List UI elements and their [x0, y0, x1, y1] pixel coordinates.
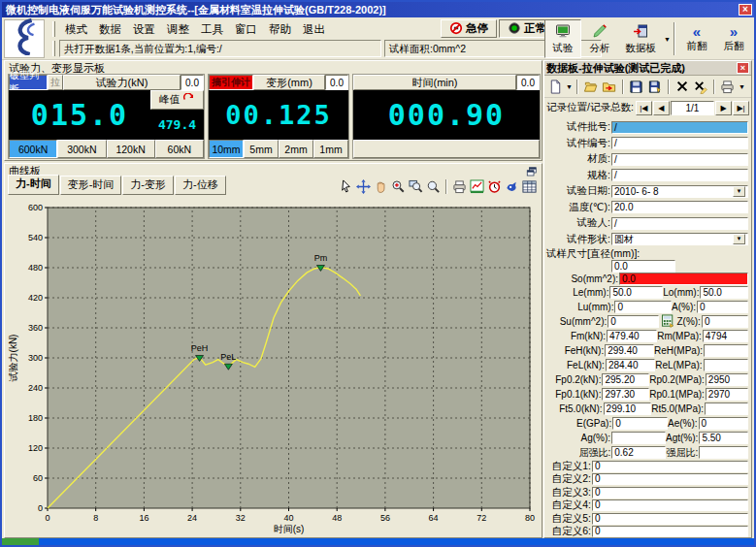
break-detect-button[interactable]: 破型判断: [9, 75, 48, 90]
form-row-6-input[interactable]: /: [611, 217, 748, 230]
panel-close-icon[interactable]: ×: [737, 62, 749, 74]
form-row-2-input[interactable]: /: [611, 153, 748, 166]
menu-item-0[interactable]: 模式: [59, 21, 93, 38]
open-folder-icon[interactable]: [582, 78, 600, 95]
estop-button[interactable]: 急停: [441, 19, 497, 38]
chevron-down-icon[interactable]: ▼: [733, 234, 745, 244]
pair-2-left-input[interactable]: 0: [608, 315, 659, 328]
save-icon[interactable]: [628, 78, 645, 95]
peak-reset-icon[interactable]: [182, 93, 195, 108]
chevron-down-icon[interactable]: ▼: [733, 186, 745, 197]
force-range-60kN[interactable]: 60kN: [155, 140, 204, 158]
pair-9-right-input[interactable]: 0: [699, 417, 748, 430]
restore-window-icon[interactable]: [526, 165, 539, 177]
pair-6-left-input[interactable]: 295.20: [602, 373, 649, 386]
print-icon[interactable]: [451, 178, 468, 195]
force-range-120kN[interactable]: 120kN: [107, 140, 155, 158]
calc-icon[interactable]: [661, 314, 676, 329]
form-row-5-input[interactable]: 20.0: [611, 201, 748, 213]
clear-icon[interactable]: [692, 78, 709, 95]
force-range-300kN[interactable]: 300kN: [57, 140, 106, 158]
record-next-button[interactable]: ▶: [715, 101, 732, 115]
deform-range-1mm[interactable]: 1mm: [313, 140, 348, 158]
pair-11-right-input[interactable]: [699, 446, 748, 459]
pair-10-left-input[interactable]: [611, 432, 666, 444]
analyze-button[interactable]: 分析: [581, 19, 618, 58]
custom-3-input[interactable]: 0: [592, 499, 748, 511]
pair-6-right-input[interactable]: 2950: [706, 373, 748, 386]
pair-0-right-input[interactable]: 50.0: [700, 286, 748, 299]
page-prev-button[interactable]: « 前翻: [678, 19, 715, 58]
export-icon[interactable]: [601, 78, 618, 95]
size-input[interactable]: 0.0: [611, 260, 675, 273]
cursor-icon[interactable]: [338, 178, 354, 195]
chevron-down-icon[interactable]: ▼: [739, 83, 745, 90]
tab-2[interactable]: 力-变形: [122, 176, 174, 195]
tab-0[interactable]: 力-时间: [8, 175, 59, 195]
custom-1-input[interactable]: 0: [592, 473, 748, 485]
zoom-out-icon[interactable]: [425, 178, 442, 195]
force-range-600kN[interactable]: 600kN: [9, 140, 57, 158]
zoom-window-icon[interactable]: [408, 178, 424, 195]
tab-3[interactable]: 力-位移: [175, 176, 226, 195]
pair-10-right-input[interactable]: 5.50: [699, 432, 748, 444]
page-next-button[interactable]: » 后翻: [715, 19, 752, 58]
pair-8-left-input[interactable]: 299.10: [604, 402, 652, 415]
pair-2-right-input[interactable]: 0: [702, 315, 748, 328]
table-icon[interactable]: [521, 178, 538, 195]
deform-range-5mm[interactable]: 5mm: [244, 140, 279, 158]
deform-range-2mm[interactable]: 2mm: [279, 140, 313, 158]
pair-8-right-input[interactable]: [705, 402, 748, 415]
menu-item-3[interactable]: 调整: [161, 21, 195, 38]
extensometer-remove-button[interactable]: 摘引伸计: [209, 75, 253, 90]
menu-item-6[interactable]: 帮助: [263, 21, 297, 38]
custom-0-input[interactable]: 0: [592, 461, 748, 472]
print-icon[interactable]: [719, 78, 737, 95]
clock-icon[interactable]: [486, 178, 503, 195]
hand-icon[interactable]: [373, 178, 389, 195]
menu-item-2[interactable]: 设置: [127, 21, 161, 38]
chevron-down-icon[interactable]: ▼: [664, 36, 671, 43]
pair-3-left-input[interactable]: 479.40: [607, 330, 657, 342]
pair-1-right-input[interactable]: 0: [697, 301, 748, 313]
pair-5-left-input[interactable]: 284.40: [606, 359, 655, 371]
chevron-down-icon[interactable]: ▼: [566, 83, 573, 90]
deform-range-10mm[interactable]: 10mm: [209, 140, 244, 158]
form-row-4-input[interactable]: 2010- 6- 8▼: [611, 185, 748, 198]
pair-5-right-input[interactable]: [704, 359, 748, 371]
menu-item-1[interactable]: 数据: [93, 21, 127, 38]
pair-9-left-input[interactable]: 0: [612, 417, 668, 430]
pair-3-right-input[interactable]: 4794: [703, 330, 748, 342]
form-row-1-input[interactable]: /: [611, 137, 748, 149]
menu-item-5[interactable]: 窗口: [229, 21, 263, 38]
form-row-7-input[interactable]: 圆材▼: [611, 233, 748, 245]
custom-4-input[interactable]: 0: [592, 513, 748, 525]
pair-1-left-input[interactable]: 0: [614, 301, 672, 313]
pair-11-left-input[interactable]: 0.62: [611, 446, 666, 459]
zoom-in-icon[interactable]: [390, 178, 407, 195]
delete-icon[interactable]: [674, 78, 691, 95]
custom-5-input[interactable]: 0: [592, 526, 748, 537]
pull-mode-button[interactable]: 拉: [48, 75, 63, 90]
record-prev-button[interactable]: ◀: [653, 101, 670, 115]
pair-4-right-input[interactable]: [704, 344, 748, 357]
close-icon[interactable]: ×: [739, 4, 752, 16]
pair-7-right-input[interactable]: 2970: [706, 388, 748, 401]
tab-1[interactable]: 变形-时间: [60, 176, 122, 195]
form-row-3-input[interactable]: /: [611, 169, 748, 181]
so-input[interactable]: 0.0: [619, 273, 748, 285]
databoard-button[interactable]: 数据板: [618, 19, 663, 58]
record-first-button[interactable]: |◀: [636, 101, 652, 115]
pair-4-left-input[interactable]: 299.40: [605, 344, 654, 357]
test-button[interactable]: 试验: [544, 19, 581, 58]
menu-item-7[interactable]: 退出: [297, 21, 331, 38]
move-icon[interactable]: [355, 178, 372, 195]
save-as-icon[interactable]: [646, 78, 664, 95]
menu-item-4[interactable]: 工具: [195, 21, 229, 38]
pair-0-left-input[interactable]: 50.0: [609, 286, 663, 299]
chart-icon[interactable]: [469, 178, 485, 195]
pair-7-left-input[interactable]: 297.30: [602, 388, 649, 401]
new-doc-icon[interactable]: [546, 78, 564, 95]
form-row-0-input[interactable]: /: [611, 121, 748, 134]
snapshot-icon[interactable]: [504, 178, 520, 195]
